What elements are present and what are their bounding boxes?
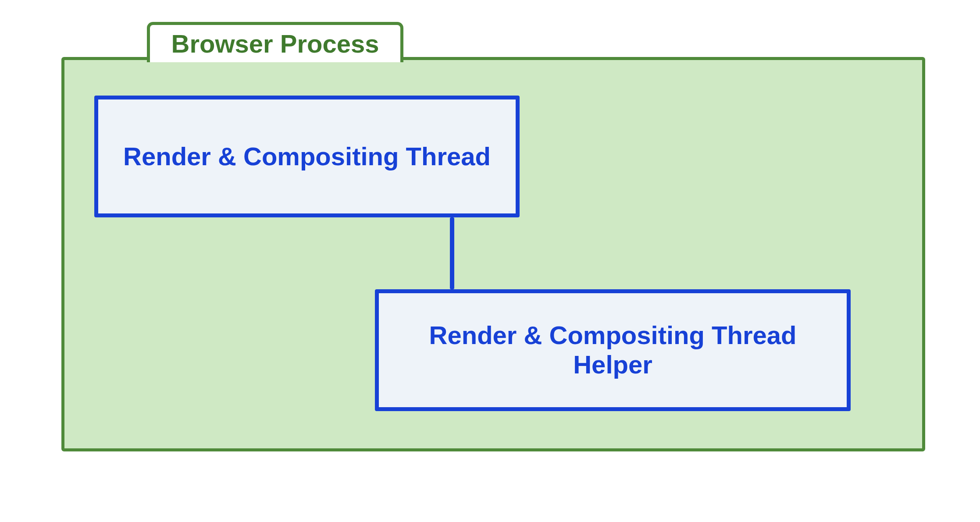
render-compositing-thread-label: Render & Compositing Thread xyxy=(123,142,491,171)
thread-connector-line xyxy=(450,217,454,289)
render-compositing-thread-box: Render & Compositing Thread xyxy=(94,96,520,217)
render-compositing-thread-helper-label: Render & Compositing Thread Helper xyxy=(391,321,834,379)
render-compositing-thread-helper-box: Render & Compositing Thread Helper xyxy=(375,289,851,411)
browser-process-tab: Browser Process xyxy=(147,22,403,62)
browser-process-title: Browser Process xyxy=(171,31,379,57)
diagram-stage: Browser Process Render & Compositing Thr… xyxy=(0,0,980,522)
